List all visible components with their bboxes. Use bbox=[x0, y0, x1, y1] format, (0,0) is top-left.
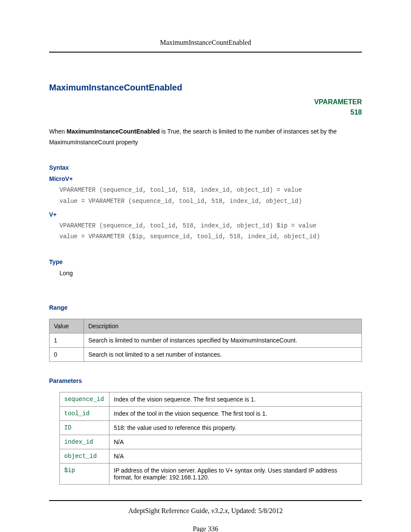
microv-label: MicroV+ bbox=[49, 175, 362, 182]
table-row: $ip IP address of the vision server. App… bbox=[60, 464, 362, 485]
vplus-label: V+ bbox=[49, 211, 362, 218]
syntax-label: Syntax bbox=[49, 164, 362, 171]
table-row: sequence_id Index of the vision sequence… bbox=[60, 392, 362, 407]
range-cell-desc: Search is not limited to a set number of… bbox=[84, 348, 362, 362]
footer-sep: , bbox=[208, 507, 212, 514]
vplus-code: VPARAMETER (sequence_id, tool_id, 518, i… bbox=[49, 221, 362, 242]
param-desc: N/A bbox=[109, 449, 362, 464]
footer-guide: AdeptSight Reference Guide bbox=[128, 507, 208, 514]
param-desc: Index of the tool in the vision sequence… bbox=[109, 407, 362, 421]
param-desc: Index of the vision sequence. The first … bbox=[109, 392, 362, 407]
parameters-table: sequence_id Index of the vision sequence… bbox=[59, 392, 362, 485]
param-desc: IP address of the vision server. Applies… bbox=[109, 464, 362, 485]
page-header-title: MaximumInstanceCountEnabled bbox=[49, 39, 362, 53]
intro-paragraph: When MaximumInstanceCountEnabled is True… bbox=[49, 126, 362, 148]
param-name: $ip bbox=[60, 464, 109, 485]
param-name: tool_id bbox=[60, 407, 109, 421]
main-heading: MaximumInstanceCountEnabled bbox=[49, 83, 362, 93]
vparameter-badge: VPARAMETER 518 bbox=[49, 97, 362, 118]
param-name: index_id bbox=[60, 435, 109, 449]
range-header-value: Value bbox=[50, 319, 84, 333]
page-footer: AdeptSight Reference Guide, v3.2.x, Upda… bbox=[49, 500, 362, 532]
parameters-label: Parameters bbox=[49, 377, 362, 384]
table-header-row: Value Description bbox=[50, 319, 362, 333]
param-desc: N/A bbox=[109, 435, 362, 449]
type-value: Long bbox=[49, 270, 362, 277]
footer-version: v3.2.x bbox=[212, 507, 228, 514]
intro-text-pre: When bbox=[49, 128, 66, 135]
table-row: object_id N/A bbox=[60, 449, 362, 464]
range-cell-value: 0 bbox=[50, 348, 84, 362]
table-row: index_id N/A bbox=[60, 435, 362, 449]
param-name: sequence_id bbox=[60, 392, 109, 407]
footer-updated: , Updated: 5/8/2012 bbox=[228, 507, 283, 514]
param-name: object_id bbox=[60, 449, 109, 464]
vparameter-number: 518 bbox=[49, 107, 362, 118]
param-name: ID bbox=[60, 421, 109, 435]
table-row: 1 Search is limited to number of instanc… bbox=[50, 333, 362, 348]
range-table: Value Description 1 Search is limited to… bbox=[49, 319, 362, 362]
table-row: 0 Search is not limited to a set number … bbox=[50, 348, 362, 362]
footer-guide-line: AdeptSight Reference Guide, v3.2.x, Upda… bbox=[49, 507, 362, 515]
range-header-desc: Description bbox=[84, 319, 362, 333]
footer-page-number: Page 336 bbox=[49, 525, 362, 532]
range-label: Range bbox=[49, 304, 362, 311]
intro-bold: MaximumInstanceCountEnabled bbox=[66, 128, 159, 135]
param-desc: 518: the value used to reference this pr… bbox=[109, 421, 362, 435]
microv-code: VPARAMETER (sequence_id, tool_id, 518, i… bbox=[49, 185, 362, 206]
table-row: tool_id Index of the tool in the vision … bbox=[60, 407, 362, 421]
vparameter-label: VPARAMETER bbox=[49, 97, 362, 107]
range-cell-desc: Search is limited to number of instances… bbox=[84, 333, 362, 348]
range-cell-value: 1 bbox=[50, 333, 84, 348]
table-row: ID 518: the value used to reference this… bbox=[60, 421, 362, 435]
type-label: Type bbox=[49, 258, 362, 265]
